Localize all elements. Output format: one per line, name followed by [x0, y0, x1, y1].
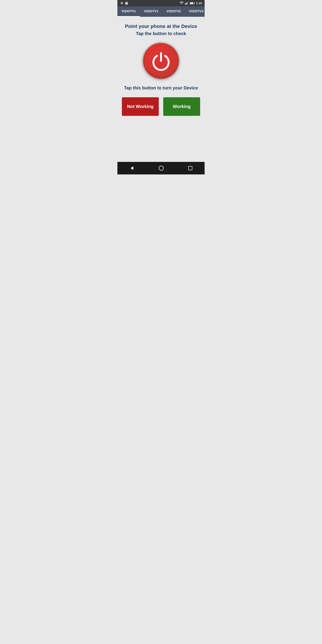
tab-viziotv1-first[interactable]: VIZIOTV1 [118, 6, 140, 17]
status-bar: 1:10 [118, 0, 204, 6]
home-icon [158, 166, 164, 171]
svg-rect-14 [188, 2, 188, 4]
main-content: Point your phone at the Device Tap the b… [118, 17, 204, 162]
svg-rect-13 [186, 2, 187, 5]
status-bar-right: 1:10 [180, 2, 202, 5]
wifi-icon [180, 2, 184, 5]
navigation-bar [118, 162, 204, 174]
not-working-button[interactable]: Not Working [122, 97, 159, 116]
instruction-subtitle: Tap the button to check [136, 31, 186, 36]
tap-device-text: Tap this button to turn your Device [124, 86, 198, 90]
svg-rect-17 [194, 3, 195, 4]
back-icon [129, 166, 134, 171]
home-button[interactable] [157, 164, 166, 173]
svg-point-20 [159, 166, 164, 170]
instruction-title: Point your phone at the Device [125, 24, 197, 29]
status-bar-left [120, 1, 128, 5]
svg-rect-10 [126, 2, 127, 4]
svg-line-4 [123, 4, 123, 4]
svg-line-8 [123, 2, 123, 2]
recents-icon [188, 166, 193, 170]
battery-icon [190, 2, 195, 5]
action-buttons: Not Working Working [122, 97, 200, 116]
tab-viziotv2[interactable]: VIZIOTV2 [162, 6, 185, 17]
power-icon [151, 51, 171, 71]
svg-rect-12 [186, 3, 186, 4]
svg-rect-21 [188, 166, 192, 170]
sim-icon [125, 1, 128, 5]
svg-point-0 [121, 2, 123, 4]
working-button[interactable]: Working [163, 97, 200, 116]
back-button[interactable] [128, 164, 136, 173]
status-time: 1:10 [196, 2, 202, 5]
tab-viziotv1-second[interactable]: VIZIOTV1 [140, 6, 162, 17]
tab-viziotv3[interactable]: VIZIOTV3 [185, 6, 204, 17]
tab-bar: VIZIOTV1 VIZIOTV1 VIZIOTV2 VIZIOTV3 VIZI… [118, 6, 204, 17]
recents-button[interactable] [186, 164, 194, 172]
power-button[interactable] [143, 43, 179, 79]
svg-marker-19 [130, 166, 133, 170]
power-button-container [143, 43, 179, 79]
svg-line-3 [121, 2, 121, 2]
svg-rect-11 [185, 4, 185, 5]
signal-icon [185, 2, 188, 5]
svg-line-7 [121, 4, 121, 4]
brightness-icon [120, 1, 124, 5]
